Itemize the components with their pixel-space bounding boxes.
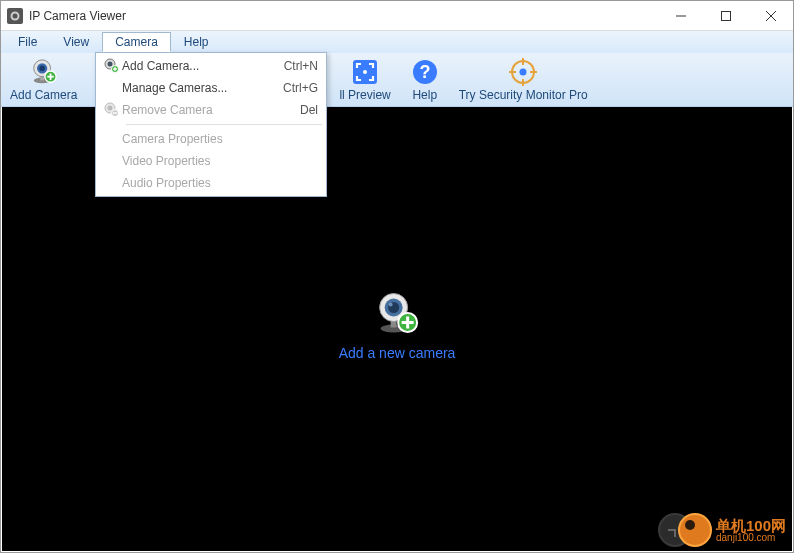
camera-dropdown-menu: Add Camera... Ctrl+N Manage Cameras... C… <box>95 52 327 197</box>
separator <box>126 124 322 125</box>
menubar: File View Camera Help <box>1 31 793 53</box>
dropdown-camera-properties: Camera Properties <box>98 128 324 150</box>
dropdown-remove-camera-label: Remove Camera <box>122 103 300 117</box>
toolbar-help-button[interactable]: ? Help <box>402 55 448 105</box>
toolbar-add-camera-label: Add Camera <box>10 88 77 102</box>
menu-view[interactable]: View <box>50 32 102 52</box>
dropdown-manage-cameras-shortcut: Ctrl+G <box>283 81 318 95</box>
dropdown-video-properties: Video Properties <box>98 150 324 172</box>
watermark-line1: 单机100网 <box>716 518 786 533</box>
svg-rect-4 <box>721 11 730 20</box>
svg-point-2 <box>13 13 18 18</box>
svg-point-16 <box>363 70 367 74</box>
dropdown-add-camera-shortcut: Ctrl+N <box>284 59 318 73</box>
title-text: IP Camera Viewer <box>29 9 658 23</box>
dropdown-remove-camera: Remove Camera Del <box>98 99 324 121</box>
dropdown-manage-cameras-label: Manage Cameras... <box>122 81 283 95</box>
toolbar-try-pro-label: Try Security Monitor Pro <box>459 88 588 102</box>
add-camera-prompt[interactable]: Add a new camera <box>339 291 456 361</box>
toolbar-try-pro-button[interactable]: Try Security Monitor Pro <box>450 55 597 105</box>
help-icon: ? <box>411 58 439 86</box>
dropdown-audio-properties-label: Audio Properties <box>122 176 318 190</box>
toolbar-help-label: Help <box>412 88 437 102</box>
webcam-add-small-icon <box>100 58 122 74</box>
window-controls <box>658 1 793 30</box>
add-camera-prompt-label: Add a new camera <box>339 345 456 361</box>
webcam-remove-small-icon <box>100 102 122 118</box>
svg-text:?: ? <box>419 62 430 82</box>
dropdown-video-properties-label: Video Properties <box>122 154 318 168</box>
close-button[interactable] <box>748 1 793 30</box>
svg-point-26 <box>108 62 113 67</box>
svg-point-11 <box>39 65 45 71</box>
fullscreen-icon <box>351 58 379 86</box>
webcam-add-icon <box>30 58 58 86</box>
menu-camera[interactable]: Camera <box>102 32 171 52</box>
dropdown-camera-properties-label: Camera Properties <box>122 132 318 146</box>
svg-point-20 <box>520 68 527 75</box>
dropdown-manage-cameras[interactable]: Manage Cameras... Ctrl+G <box>98 77 324 99</box>
toolbar-full-preview-button[interactable]: ll Preview <box>330 55 399 105</box>
watermark-circle-front <box>678 513 712 547</box>
svg-point-39 <box>389 303 393 307</box>
watermark-circle-back <box>658 513 692 547</box>
target-icon <box>509 58 537 86</box>
menu-help[interactable]: Help <box>171 32 222 52</box>
maximize-button[interactable] <box>703 1 748 30</box>
dropdown-remove-camera-shortcut: Del <box>300 103 318 117</box>
webcam-add-large-icon <box>374 291 420 337</box>
svg-point-31 <box>108 106 113 111</box>
watermark: 单机100网 danji100.com <box>658 513 786 547</box>
minimize-button[interactable] <box>658 1 703 30</box>
toolbar-full-preview-label: ll Preview <box>339 88 390 102</box>
dropdown-add-camera-label: Add Camera... <box>122 59 284 73</box>
titlebar: IP Camera Viewer <box>1 1 793 31</box>
dropdown-add-camera[interactable]: Add Camera... Ctrl+N <box>98 55 324 77</box>
app-icon <box>7 8 23 24</box>
menu-file[interactable]: File <box>5 32 50 52</box>
toolbar-add-camera-button[interactable]: Add Camera <box>5 55 82 105</box>
watermark-line2: danji100.com <box>716 533 786 543</box>
dropdown-audio-properties: Audio Properties <box>98 172 324 194</box>
